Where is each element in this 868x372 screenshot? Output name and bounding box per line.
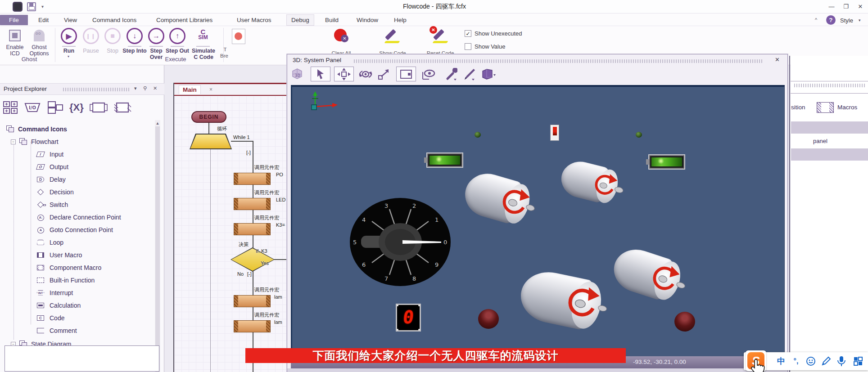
run-caret-icon[interactable]: ▾ — [68, 54, 69, 58]
tree-item-delay[interactable]: D Delay — [36, 174, 66, 185]
motor-3d[interactable] — [460, 168, 537, 229]
led-bar-3d[interactable] — [427, 153, 462, 167]
collapse-box-icon[interactable]: − — [11, 139, 16, 144]
ime-voice-icon[interactable] — [835, 352, 848, 370]
tree-item-input[interactable]: I Input — [36, 149, 63, 160]
sidebar-scrollbar[interactable]: ▲ ▼ — [155, 120, 160, 372]
rotary-dial-3d[interactable]: 0 1 2 3 4 5 6 7 8 9 — [348, 197, 452, 287]
3d-panel-close-icon[interactable]: ✕ — [775, 56, 780, 63]
menu-edit[interactable]: Edit — [34, 15, 53, 25]
macros-header[interactable]: Macros — [837, 104, 857, 111]
visibility-eye-tool[interactable] — [419, 67, 439, 81]
configure-wrench-tool[interactable] — [442, 67, 460, 81]
ghost-options-icon[interactable] — [34, 30, 45, 41]
maximize-button[interactable]: ❐ — [840, 2, 852, 12]
collapse-marker[interactable]: [-] — [246, 150, 251, 155]
rotate-view-tool[interactable] — [357, 67, 375, 81]
wheel-3d[interactable] — [674, 312, 695, 332]
menu-debug[interactable]: Debug — [287, 15, 314, 25]
run-button[interactable]: Run — [57, 48, 81, 54]
tab-close-icon[interactable]: × — [209, 86, 212, 93]
component-macro-node[interactable] — [234, 223, 271, 235]
3d-viewport[interactable]: 0 1 2 3 4 5 6 7 8 9 0 — [291, 85, 785, 356]
move-tool[interactable] — [334, 67, 354, 81]
select-cursor-tool[interactable] — [311, 67, 330, 81]
expand-all-icon[interactable] — [3, 101, 18, 114]
ime-punctuation-toggle[interactable]: °, — [790, 352, 802, 370]
tree-item-user-macro[interactable]: User Macro — [36, 250, 82, 260]
ime-emoji-icon[interactable] — [804, 352, 818, 370]
menu-command-icons[interactable]: Command Icons — [88, 15, 141, 25]
green-led-3d[interactable] — [636, 132, 642, 138]
step-out-button[interactable]: Step Out — [165, 48, 190, 54]
windows-icon[interactable] — [47, 101, 64, 114]
scroll-up-icon[interactable]: ▲ — [155, 121, 160, 125]
panel-pin-icon[interactable]: ⚲ — [143, 85, 147, 91]
menu-view[interactable]: View — [59, 15, 81, 25]
switch-3d[interactable] — [550, 125, 559, 141]
tree-item-declare-connection-point[interactable]: A: Declare Connection Point — [36, 212, 121, 223]
motor-3d[interactable] — [557, 157, 624, 207]
menu-window[interactable]: Window — [352, 15, 383, 25]
ime-toolbox-icon[interactable] — [851, 352, 865, 370]
decision-node[interactable] — [231, 247, 275, 272]
step-over-icon[interactable]: → — [148, 28, 164, 44]
tab-main[interactable]: Main — [179, 85, 201, 94]
component-macro-node[interactable] — [234, 173, 271, 185]
tree-item-switch[interactable]: Switch — [36, 199, 68, 210]
menu-help[interactable]: Help — [389, 15, 411, 25]
seven-segment-display-3d[interactable]: 0 — [396, 304, 421, 332]
macro-chip-icon[interactable] — [89, 101, 108, 114]
component-macro-node[interactable] — [234, 320, 271, 332]
while-loop-node[interactable] — [190, 134, 232, 149]
component-macro-node[interactable] — [234, 198, 271, 210]
panel-drag-texture[interactable] — [63, 88, 131, 91]
io-icon[interactable]: I/O — [23, 102, 41, 113]
paint-brush-tool[interactable] — [460, 67, 478, 81]
show-unexecuted-row[interactable]: ✓ Show Unexecuted — [465, 30, 522, 37]
tree-item-goto-connection-point[interactable]: A Goto Connection Point — [36, 224, 113, 235]
project-explorer-header[interactable]: Project Explorer ▾ ⚲ ✕ — [0, 83, 164, 95]
tree-item-code[interactable]: C Code — [36, 313, 64, 323]
ribbon-collapse-icon[interactable]: ^ — [815, 17, 817, 22]
wheel-3d[interactable] — [478, 309, 499, 329]
resize-tool[interactable] — [375, 67, 393, 81]
panel-close-icon[interactable]: ✕ — [153, 85, 157, 91]
trace-breakpoint-icon[interactable] — [232, 29, 245, 44]
component-chip-icon[interactable] — [113, 101, 131, 114]
begin-node[interactable]: BEGIN — [191, 111, 226, 123]
motor-3d[interactable] — [516, 267, 608, 333]
enable-icd-icon[interactable] — [9, 30, 21, 41]
tree-item-decision[interactable]: Decision — [36, 187, 74, 197]
step-out-icon[interactable]: ↑ — [169, 28, 185, 44]
help-icon[interactable]: ? — [826, 15, 836, 25]
enable-icd-button[interactable]: Enable ICD — [3, 44, 27, 57]
tree-item-interrupt[interactable]: INT Interrupt — [36, 287, 73, 298]
ghost-options-button[interactable]: Ghost Options — [27, 44, 51, 57]
close-button[interactable]: ✕ — [854, 2, 867, 12]
menu-component-libraries[interactable]: Component Libraries — [152, 15, 217, 25]
quick-access-caret-icon[interactable]: ▾ — [41, 4, 44, 9]
show-value-checkbox[interactable] — [465, 43, 471, 50]
menu-build[interactable]: Build — [321, 15, 343, 25]
tree-item-loop[interactable]: Loop — [36, 237, 63, 248]
tree-item-flowchart[interactable]: − Flowchart — [11, 136, 59, 147]
tree-item-output[interactable]: O Output — [36, 161, 68, 172]
tree-item-command-icons[interactable]: Command Icons — [6, 124, 67, 134]
step-into-button[interactable]: Step Into — [122, 48, 147, 54]
flowchart-canvas[interactable]: BEGIN 循环 While 1 [-] 调用元件宏 PO 调用元件宏 LED … — [174, 96, 287, 372]
run-icon[interactable]: ▶ — [61, 28, 77, 44]
green-led-3d[interactable] — [475, 132, 481, 138]
panel-caret-icon[interactable]: ▾ — [134, 85, 137, 91]
collapse-marker[interactable]: [-] — [247, 271, 252, 277]
menu-user-macros[interactable]: User Macros — [232, 15, 276, 25]
panel-bounds-tool[interactable] — [396, 67, 416, 81]
panel-drag-texture[interactable] — [354, 59, 764, 63]
tree-item-component-macro[interactable]: Component Macro — [36, 262, 101, 273]
panel-drag-texture[interactable] — [794, 84, 866, 87]
menu-file[interactable]: File — [0, 15, 28, 25]
save-icon[interactable] — [27, 2, 36, 11]
scrollbar-thumb[interactable] — [155, 126, 160, 372]
led-bar-3d[interactable] — [649, 155, 684, 169]
tree-item-comment[interactable]: Comment — [36, 325, 77, 336]
